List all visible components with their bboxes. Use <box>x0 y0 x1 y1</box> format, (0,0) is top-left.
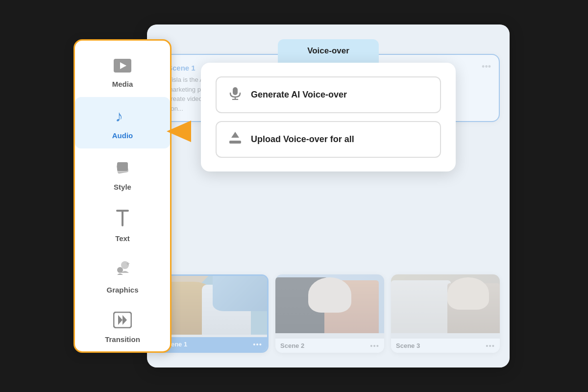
sidebar-item-style-label: Style <box>114 183 131 191</box>
sidebar-item-audio-label: Audio <box>112 131 133 140</box>
sidebar-item-style[interactable]: Style <box>75 148 170 200</box>
style-icon <box>113 157 132 180</box>
sidebar-item-media-label: Media <box>112 80 133 88</box>
music-icon: ♪ <box>113 106 132 128</box>
svg-text:♪: ♪ <box>115 107 123 124</box>
microphone-icon <box>228 86 242 103</box>
svg-marker-13 <box>122 315 127 325</box>
sidebar-item-transition-label: Transition <box>105 335 140 343</box>
sidebar-item-graphics[interactable]: Graphics <box>75 251 170 303</box>
sidebar-item-audio[interactable]: ♪ Audio <box>75 97 170 148</box>
sidebar-item-media[interactable]: Media <box>75 49 170 97</box>
transition-icon <box>113 312 132 332</box>
upload-voiceover-button[interactable]: Upload Voice-over for all <box>216 121 441 158</box>
main-container: Media ♪ Audio Style <box>74 24 514 368</box>
upload-voiceover-label: Upload Voice-over for all <box>251 134 354 145</box>
sidebar-item-text[interactable]: Text <box>75 200 170 251</box>
svg-marker-14 <box>167 121 191 142</box>
voiceover-card: Generate AI Voice-over Upload Voice-over… <box>201 63 456 172</box>
svg-rect-5 <box>117 162 128 171</box>
svg-marker-19 <box>231 132 239 138</box>
media-icon <box>113 58 132 77</box>
sidebar-item-transition[interactable]: Transition <box>75 303 170 352</box>
svg-rect-15 <box>233 87 238 95</box>
sidebar-item-text-label: Text <box>115 234 130 243</box>
sidebar: Media ♪ Audio Style <box>74 39 172 353</box>
generate-ai-voiceover-label: Generate AI Voice-over <box>251 90 347 100</box>
main-panel: Scene 1 Visla is the AI-powered videomar… <box>147 24 510 368</box>
svg-rect-18 <box>229 141 241 144</box>
voiceover-overlay: Voice-over Generate AI Voice-over <box>147 24 510 368</box>
generate-ai-voiceover-button[interactable]: Generate AI Voice-over <box>216 76 441 113</box>
upload-icon <box>228 131 242 148</box>
sidebar-item-graphics-label: Graphics <box>106 286 138 294</box>
voiceover-tab: Voice-over <box>278 39 379 63</box>
voiceover-tab-label: Voice-over <box>307 46 349 55</box>
svg-marker-12 <box>118 315 122 325</box>
arrow-pointer <box>167 121 191 144</box>
text-icon <box>113 209 132 231</box>
graphics-icon <box>113 260 132 283</box>
svg-point-9 <box>117 267 123 273</box>
